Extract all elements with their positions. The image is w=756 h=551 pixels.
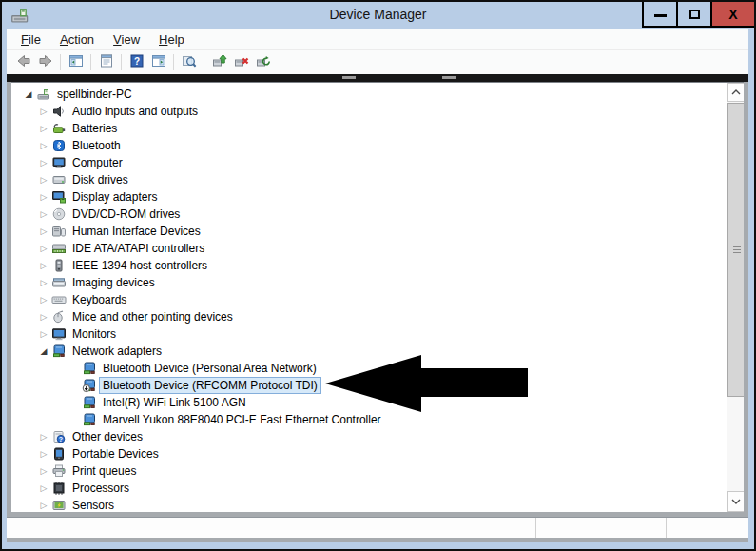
expand-toggle-icon[interactable]: ▷ xyxy=(38,125,49,133)
tree-item-marvell-yukon-88e8040-pci-e-fast-ethernet-controller[interactable]: Marvell Yukon 88E8040 PCI-E Fast Etherne… xyxy=(11,411,725,428)
tree-item-computer[interactable]: ▷Computer xyxy=(11,154,725,171)
expand-toggle-icon[interactable]: ▷ xyxy=(38,279,49,287)
help-button[interactable]: ? xyxy=(126,52,147,72)
menu-action[interactable]: Action xyxy=(53,30,101,49)
collapse-toggle-icon[interactable]: ◢ xyxy=(23,90,34,99)
expand-toggle-icon[interactable]: ▷ xyxy=(38,210,49,219)
close-button[interactable]: X xyxy=(710,2,754,28)
find-button[interactable] xyxy=(178,52,200,72)
scan-hardware-changes-button[interactable] xyxy=(252,52,274,72)
tree-item-label[interactable]: Sensors xyxy=(68,497,118,512)
tree-item-label-selected[interactable]: Bluetooth Device (RFCOMM Protocol TDI) xyxy=(99,377,321,394)
tree-item-label[interactable]: Batteries xyxy=(68,120,121,137)
expand-toggle-icon[interactable]: ▷ xyxy=(38,450,49,459)
tree-item-processors[interactable]: ▷Processors xyxy=(11,480,725,497)
tree-item-label[interactable]: Processors xyxy=(68,480,133,497)
expand-toggle-icon[interactable]: ▷ xyxy=(38,433,49,442)
expand-toggle-icon[interactable]: ▷ xyxy=(38,245,49,253)
tree-item-spellbinder-pc[interactable]: ◢spellbinder-PC xyxy=(11,86,725,103)
menu-help[interactable]: Help xyxy=(152,30,191,49)
battery-icon xyxy=(51,121,67,136)
tree-item-label[interactable]: spellbinder-PC xyxy=(53,86,136,103)
tree-item-portable-devices[interactable]: ▷Portable Devices xyxy=(11,445,725,462)
ieee1394-icon xyxy=(51,258,67,273)
tree-item-label[interactable]: Other devices xyxy=(68,428,146,445)
tree-item-audio-inputs-and-outputs[interactable]: ▷Audio inputs and outputs xyxy=(11,103,725,120)
tree-item-label[interactable]: Mice and other pointing devices xyxy=(68,308,237,325)
tree-item-monitors[interactable]: ▷Monitors xyxy=(11,325,725,343)
tree-item-display-adapters[interactable]: ▷Display adapters xyxy=(11,188,725,206)
tree-item-label[interactable]: Disk drives xyxy=(68,171,132,188)
tree-item-bluetooth-device-rfcomm-protocol-tdi[interactable]: Bluetooth Device (RFCOMM Protocol TDI) xyxy=(11,377,725,394)
tree-item-label[interactable]: Imaging devices xyxy=(68,274,159,291)
expand-toggle-icon[interactable]: ▷ xyxy=(38,502,49,510)
tree-item-disk-drives[interactable]: ▷Disk drives xyxy=(11,171,725,188)
expand-toggle-icon[interactable]: ▷ xyxy=(38,227,49,236)
expand-toggle-icon[interactable]: ▷ xyxy=(38,176,49,185)
tree-item-label[interactable]: Print queues xyxy=(68,462,140,480)
expand-toggle-icon[interactable]: ▷ xyxy=(38,313,49,322)
tree-item-mice-and-other-pointing-devices[interactable]: ▷Mice and other pointing devices xyxy=(11,308,725,325)
tree-item-keyboards[interactable]: ▷Keyboards xyxy=(11,291,725,308)
action-pane-button[interactable] xyxy=(147,52,169,72)
expand-toggle-icon[interactable]: ▷ xyxy=(38,142,49,150)
console-tree-button[interactable] xyxy=(65,52,87,72)
tree-item-label[interactable]: Computer xyxy=(68,154,126,171)
menu-view[interactable]: View xyxy=(107,30,146,49)
action-pane-icon xyxy=(151,53,166,72)
expand-toggle-icon[interactable]: ▷ xyxy=(38,296,49,305)
expand-toggle-icon[interactable]: ▷ xyxy=(38,262,49,270)
tree-item-label[interactable]: Bluetooth xyxy=(68,137,125,154)
tree-item-human-interface-devices[interactable]: ▷Human Interface Devices xyxy=(11,223,725,240)
tree-item-label[interactable]: Monitors xyxy=(68,325,120,343)
device-tree-panel[interactable]: ◢spellbinder-PC▷Audio inputs and outputs… xyxy=(11,82,744,512)
maximize-button[interactable] xyxy=(676,2,710,28)
tree-item-print-queues[interactable]: ▷Print queues xyxy=(11,462,725,480)
tree-item-network-adapters[interactable]: ◢Network adapters xyxy=(11,343,725,360)
expand-toggle-icon[interactable]: ▷ xyxy=(38,108,49,116)
mouse-icon xyxy=(51,309,67,325)
vertical-scrollbar[interactable] xyxy=(727,83,744,512)
tree-item-intel-r-wifi-link-5100-agn[interactable]: Intel(R) WiFi Link 5100 AGN xyxy=(11,394,725,411)
tree-item-bluetooth[interactable]: ▷Bluetooth xyxy=(11,137,725,154)
tree-item-label[interactable]: Display adapters xyxy=(68,188,161,206)
tree-item-label[interactable]: Portable Devices xyxy=(68,445,163,462)
expand-toggle-icon[interactable]: ▷ xyxy=(38,484,49,493)
scrollbar-thumb[interactable] xyxy=(727,103,744,397)
update-driver-icon xyxy=(212,53,227,72)
tree-item-label[interactable]: IEEE 1394 host controllers xyxy=(68,257,211,274)
processor-icon xyxy=(51,481,67,496)
title-bar[interactable]: Device Manager X xyxy=(2,2,754,29)
uninstall-button[interactable] xyxy=(230,52,252,72)
scroll-down-button[interactable] xyxy=(727,491,744,512)
menu-file[interactable]: File xyxy=(14,30,48,49)
expand-toggle-icon[interactable]: ▷ xyxy=(38,467,49,476)
scroll-up-button[interactable] xyxy=(727,83,744,102)
collapse-toggle-icon[interactable]: ◢ xyxy=(38,347,49,356)
tree-item-dvd-cd-rom-drives[interactable]: ▷DVD/CD-ROM drives xyxy=(11,206,725,223)
tree-item-label[interactable]: Intel(R) WiFi Link 5100 AGN xyxy=(99,394,250,411)
tree-item-ieee-1394-host-controllers[interactable]: ▷IEEE 1394 host controllers xyxy=(11,257,725,274)
tree-item-label[interactable]: Bluetooth Device (Personal Area Network) xyxy=(99,360,320,377)
tree-item-label[interactable]: Human Interface Devices xyxy=(68,223,204,240)
tree-item-ide-ata-atapi-controllers[interactable]: ▷IDE ATA/ATAPI controllers xyxy=(11,240,725,257)
forward-button[interactable] xyxy=(34,52,56,72)
properties-button[interactable] xyxy=(95,52,117,72)
tree-item-label[interactable]: DVD/CD-ROM drives xyxy=(68,206,184,223)
update-driver-button[interactable] xyxy=(208,52,230,72)
minimize-button[interactable] xyxy=(642,2,676,28)
expand-toggle-icon[interactable]: ▷ xyxy=(38,330,49,339)
expand-toggle-icon[interactable]: ▷ xyxy=(38,159,49,167)
back-button[interactable] xyxy=(12,52,34,72)
tree-item-label[interactable]: Keyboards xyxy=(68,291,130,308)
expand-toggle-icon[interactable]: ▷ xyxy=(38,193,49,202)
tree-item-label[interactable]: Audio inputs and outputs xyxy=(68,103,202,120)
tree-item-label[interactable]: IDE ATA/ATAPI controllers xyxy=(68,240,208,257)
tree-item-imaging-devices[interactable]: ▷Imaging devices xyxy=(11,274,725,291)
tree-item-batteries[interactable]: ▷Batteries xyxy=(11,120,725,137)
tree-item-bluetooth-device-personal-area-network[interactable]: Bluetooth Device (Personal Area Network) xyxy=(11,360,725,377)
tree-item-label[interactable]: Marvell Yukon 88E8040 PCI-E Fast Etherne… xyxy=(99,411,385,428)
tree-item-label[interactable]: Network adapters xyxy=(68,343,165,360)
tree-item-other-devices[interactable]: ▷?Other devices xyxy=(11,428,725,445)
tree-item-sensors[interactable]: ▷Sensors xyxy=(11,497,725,512)
